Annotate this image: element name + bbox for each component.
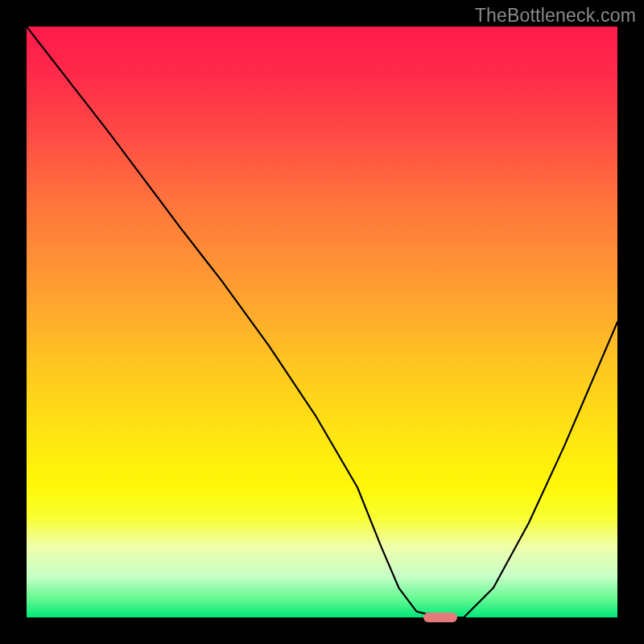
chart-canvas: TheBottleneck.com	[0, 0, 644, 644]
watermark-text: TheBottleneck.com	[475, 5, 636, 27]
optimal-marker	[423, 613, 457, 622]
plot-area	[27, 27, 617, 617]
